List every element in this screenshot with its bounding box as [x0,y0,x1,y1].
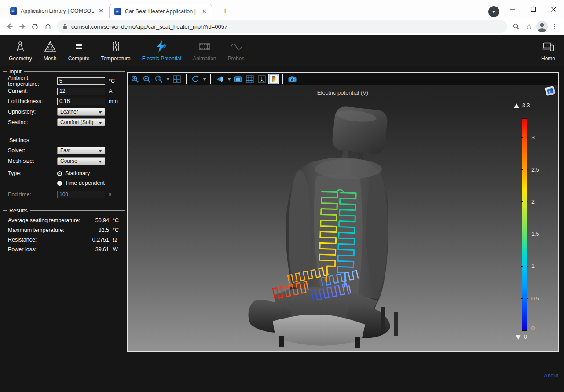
ribbon-mesh-button[interactable]: Mesh [38,36,62,66]
end-time-input: 100 [57,191,105,198]
zoom-in-button[interactable] [130,74,140,84]
colorbar-tick-label: 1.5 [531,231,539,237]
seating-label: Seating: [8,119,57,125]
colorbar-min-value: 0 [524,334,527,340]
ribbon-probes-button[interactable]: Probes [222,36,250,66]
stationary-radio[interactable] [57,171,62,176]
max-triangle-icon [514,103,519,108]
window-minimize-button[interactable] [508,5,516,14]
result-value: 39.61 [83,246,109,253]
tab-close-icon[interactable]: ✕ [201,7,208,15]
animation-filmstrip-icon [198,40,211,53]
result-value: 0.2751 [83,237,109,243]
ambient-temperature-unit: °C [109,78,121,84]
tab-application-library[interactable]: Application Library | COMSOL Se ✕ [5,4,108,18]
back-button[interactable] [3,20,16,33]
zoom-page-icon[interactable] [510,20,523,33]
result-unit: °C [113,217,125,223]
comsol-favicon [10,7,17,15]
home-button[interactable] [41,20,54,33]
ribbon-electric-potential-button[interactable]: Electric Potential [136,36,187,66]
zoom-box-button[interactable] [154,74,164,84]
window-maximize-button[interactable] [529,5,538,14]
result-value: 50.94 [83,217,109,223]
new-tab-button[interactable]: + [220,5,231,16]
foil-thickness-label: Foil thickness: [8,98,57,104]
ribbon-temperature-button[interactable]: Temperature [95,36,136,66]
section-header-settings: Settings [4,137,125,143]
compute-equals-icon [72,40,85,53]
result-row: Resistance: 0.2751 Ω [4,236,125,244]
plot-canvas-3d-view[interactable]: Electric potential (V) [128,85,558,351]
current-label: Current: [8,88,57,94]
current-input[interactable]: 12 [57,88,105,95]
zoom-out-button[interactable] [142,74,152,84]
result-unit: Ω [113,237,125,243]
rotate-view-button[interactable] [190,74,201,84]
foil-thickness-input[interactable]: 0.16 [57,98,105,105]
view-dropdown-caret[interactable] [227,78,231,81]
ribbon-home-button[interactable]: Home [535,36,561,66]
tab-car-seat-heater[interactable]: Car Seat Heater Application | CO ✕ [109,4,212,18]
ribbon-label: Geometry [9,55,32,62]
window-close-button[interactable] [549,5,558,14]
upholstery-label: Upholstery: [8,109,57,115]
bookmark-star-icon[interactable]: ☆ [523,20,535,33]
upholstery-dropdown[interactable]: Leather [57,108,105,116]
time-dependent-radio[interactable] [57,181,62,186]
mesh-size-dropdown[interactable]: Coarse [57,157,105,165]
plot-title: Electric potential (V) [128,89,558,96]
scene-light-button[interactable] [233,74,243,84]
ambient-temperature-label: Ambient temperature: [8,75,57,87]
zoom-extents-button[interactable] [172,74,182,84]
graphics-panel: Electric potential (V) [127,72,559,352]
section-header-results: Results [4,207,125,214]
ambient-temperature-input[interactable]: 5 [57,77,105,85]
ribbon-animation-button[interactable]: Animation [187,36,222,66]
screenshot-button[interactable] [287,74,297,84]
reload-button[interactable] [29,20,41,33]
color-legend-toggle[interactable] [268,74,279,84]
url-bar[interactable]: comsol.com/server-demo/app/car_seat_heat… [57,20,507,33]
section-header-input: Input [4,68,125,75]
ribbon-label: Electric Potential [142,55,181,62]
rotate-dropdown-caret[interactable] [202,78,207,81]
result-row: Average seating temperature: 50.94 °C [4,216,125,224]
temperature-waves-icon [109,40,122,53]
zoom-box-dropdown-caret[interactable] [165,78,170,81]
show-grid-button[interactable] [245,74,255,84]
show-axes-button[interactable] [256,74,267,84]
min-triangle-icon [516,335,521,340]
app-ribbon: Geometry Mesh Compute Temperature [0,36,564,66]
profile-avatar[interactable] [535,20,548,33]
view-projection-button[interactable] [215,74,225,84]
result-label: Average seating temperature: [8,217,83,223]
geometry-compass-icon [14,40,27,53]
colorbar-tick-label: 0.5 [531,296,539,302]
solver-dropdown[interactable]: Fast [57,147,105,154]
lightning-bolt-icon [155,40,168,53]
colorbar-min-marker: 0 [516,334,527,340]
ribbon-label: Mesh [44,55,56,62]
browser-update-icon[interactable] [488,6,499,17]
ribbon-geometry-button[interactable]: Geometry [3,36,38,66]
forward-button[interactable] [16,20,29,33]
seating-dropdown[interactable]: Comfort (Soft) [57,118,105,126]
mesh-triangle-icon [44,40,57,53]
ribbon-compute-button[interactable]: Compute [62,36,95,66]
colorbar-tick-label: 2 [531,199,535,205]
url-text: comsol.com/server-demo/app/car_seat_heat… [71,23,227,30]
toolbar-separator [282,74,283,84]
result-label: Power loss: [8,246,83,253]
toolbar-separator [186,74,187,84]
solver-label: Solver: [8,147,57,154]
ribbon-label: Animation [193,55,216,62]
end-time-unit: s [109,191,121,198]
browser-menu-icon[interactable]: ⋮ [548,20,561,33]
about-link[interactable]: About [544,373,558,379]
type-label: Type: [8,170,57,176]
comsol-favicon [114,8,121,15]
result-unit: W [113,246,125,253]
tab-close-icon[interactable]: ✕ [97,7,105,15]
result-value: 82.5 [83,227,109,233]
